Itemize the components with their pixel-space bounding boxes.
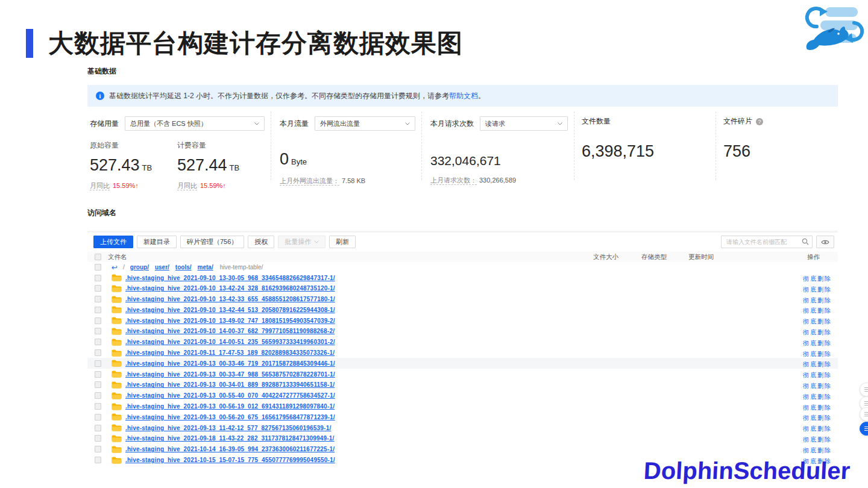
table-row: .hive-staging_hive_2021-09-10_14-00-51_2… xyxy=(87,337,838,348)
breadcrumb-root: / xyxy=(123,264,125,271)
file-name-link[interactable]: .hive-staging_hive_2021-09-13_00-33-47_9… xyxy=(125,371,335,378)
permanent-delete-link[interactable]: 彻底删除 xyxy=(803,425,832,432)
search-input[interactable] xyxy=(721,236,813,248)
permanent-delete-link[interactable]: 彻底删除 xyxy=(803,447,832,454)
permanent-delete-link[interactable]: 彻底删除 xyxy=(803,436,832,443)
permanent-delete-link[interactable]: 彻底删除 xyxy=(803,286,832,293)
row-checkbox[interactable] xyxy=(95,307,101,313)
file-name-link[interactable]: .hive-staging_hive_2021-09-13_00-34-01_8… xyxy=(125,381,335,388)
mom-label: 月同比 xyxy=(177,182,197,190)
file-name-link[interactable]: .hive-staging_hive_2021-09-13_00-56-20_6… xyxy=(125,414,335,421)
table-row: .hive-staging_hive_2021-10-14_16-39-05_9… xyxy=(87,444,838,455)
permanent-delete-link[interactable]: 彻底删除 xyxy=(803,361,832,368)
file-name-link[interactable]: .hive-staging_hive_2021-09-13_00-55-40_0… xyxy=(125,392,335,399)
permanent-delete-link[interactable]: 彻底删除 xyxy=(803,307,832,314)
file-name-link[interactable]: .hive-staging_hive_2021-09-10_13-42-44_5… xyxy=(125,307,335,313)
info-icon: i xyxy=(96,92,104,100)
dolphinscheduler-wordmark: DolphinScheduler xyxy=(643,457,851,484)
row-checkbox[interactable] xyxy=(95,339,101,345)
breadcrumb-link[interactable]: meta/ xyxy=(198,264,213,271)
row-checkbox[interactable] xyxy=(95,328,101,334)
up-arrow-icon: ↑ xyxy=(135,182,139,189)
file-name-link[interactable]: .hive-staging_hive_2021-09-13_00-56-19_0… xyxy=(125,403,335,410)
row-checkbox[interactable] xyxy=(95,360,101,367)
fragments-value: 756 xyxy=(723,142,750,160)
floating-widget-button[interactable] xyxy=(860,383,868,396)
row-checkbox[interactable] xyxy=(95,285,101,292)
select-all-checkbox[interactable] xyxy=(95,254,101,260)
breadcrumb-link[interactable]: tools/ xyxy=(175,264,192,271)
row-checkbox[interactable] xyxy=(95,349,101,356)
request-type-select[interactable]: 读请求 xyxy=(480,116,568,131)
folder-icon xyxy=(112,317,122,324)
breadcrumb-links: group/user/tools/meta/ xyxy=(130,264,215,271)
upload-file-button[interactable]: 上传文件 xyxy=(93,236,133,248)
row-checkbox[interactable] xyxy=(95,275,101,281)
row-checkbox[interactable] xyxy=(95,403,101,410)
traffic-unit: Byte xyxy=(291,157,307,166)
file-name-link[interactable]: .hive-staging_hive_2021-09-10_14-00-37_6… xyxy=(125,328,335,334)
file-name-link[interactable]: .hive-staging_hive_2021-09-10_13-49-02_7… xyxy=(125,318,335,324)
permanent-delete-link[interactable]: 彻底删除 xyxy=(803,404,832,411)
floating-widget-button-active[interactable] xyxy=(860,422,868,436)
permanent-delete-link[interactable]: 彻底删除 xyxy=(803,275,832,282)
row-checkbox[interactable] xyxy=(95,381,101,388)
monthly-requests-label: 本月请求次数 xyxy=(430,119,474,129)
permanent-delete-link[interactable]: 彻底删除 xyxy=(803,329,832,336)
file-name-link[interactable]: .hive-staging_hive_2021-09-10_13-42-33_6… xyxy=(125,296,335,302)
permanent-delete-link[interactable]: 彻底删除 xyxy=(803,318,832,325)
row-checkbox[interactable] xyxy=(95,296,101,302)
row-checkbox[interactable] xyxy=(95,392,101,399)
fragment-management-button[interactable]: 碎片管理（756） xyxy=(180,236,244,248)
authorize-button[interactable]: 授权 xyxy=(248,236,274,248)
file-name-link[interactable]: .hive-staging_hive_2021-10-15_15-07-15_7… xyxy=(125,457,335,463)
permanent-delete-link[interactable]: 彻底删除 xyxy=(803,297,832,304)
batch-operation-button[interactable]: 批量操作 xyxy=(278,236,326,248)
permanent-delete-link[interactable]: 彻底删除 xyxy=(803,340,832,346)
file-name-link[interactable]: .hive-staging_hive_2021-09-18_11-43-22_2… xyxy=(125,435,335,442)
traffic-type-select[interactable]: 外网流出流量 xyxy=(315,116,415,131)
row-checkbox[interactable] xyxy=(95,425,101,431)
help-icon[interactable]: ? xyxy=(756,118,763,125)
folder-icon xyxy=(112,457,122,464)
folder-icon xyxy=(112,285,122,292)
row-checkbox[interactable] xyxy=(95,264,101,271)
file-name-link[interactable]: .hive-staging_hive_2021-09-11_17-47-53_1… xyxy=(125,349,335,356)
column-header-name: 文件名 xyxy=(108,253,593,261)
breadcrumb-link[interactable]: group/ xyxy=(130,264,149,271)
row-checkbox[interactable] xyxy=(95,435,101,442)
search-icon[interactable] xyxy=(802,238,809,245)
column-settings-button[interactable] xyxy=(816,236,834,248)
raw-capacity-block: 原始容量 527.43TB 月同比15.59%↑ xyxy=(90,140,177,190)
row-checkbox[interactable] xyxy=(95,414,101,421)
row-checkbox[interactable] xyxy=(95,446,101,452)
file-name-link[interactable]: .hive-staging_hive_2021-10-14_16-39-05_9… xyxy=(125,446,335,452)
slide: 大数据平台构建计存分离数据效果图 基础数据 i 基础数据统计平均延迟 1-2 小… xyxy=(0,0,868,488)
back-arrow-icon[interactable]: ↩ xyxy=(112,264,118,271)
new-directory-button[interactable]: 新建目录 xyxy=(137,236,177,248)
file-name-link[interactable]: .hive-staging_hive_2021-09-10_13-30-05_9… xyxy=(125,275,335,281)
permanent-delete-link[interactable]: 彻底删除 xyxy=(803,414,832,421)
storage-usage-select[interactable]: 总用量（不含 ECS 快照） xyxy=(125,116,265,131)
permanent-delete-link[interactable]: 彻底删除 xyxy=(803,372,832,378)
folder-icon xyxy=(112,339,122,346)
permanent-delete-link[interactable]: 彻底删除 xyxy=(803,351,832,357)
table-row: .hive-staging_hive_2021-09-10_13-42-33_6… xyxy=(87,294,838,305)
table-header-row: 文件名 文件大小 存储类型 更新时间 操作 xyxy=(87,252,838,262)
file-name-link[interactable]: .hive-staging_hive_2021-09-10_13-42-24_3… xyxy=(125,285,335,292)
floating-widget-button[interactable] xyxy=(860,407,868,421)
breadcrumb-link[interactable]: user/ xyxy=(155,264,169,271)
row-checkbox[interactable] xyxy=(95,371,101,378)
row-checkbox[interactable] xyxy=(95,457,101,463)
info-banner-text: 基础数据统计平均延迟 1-2 小时。不作为计量数据，仅作参考。不同存储类型的存储… xyxy=(109,91,449,101)
help-doc-link[interactable]: 帮助文档 xyxy=(449,91,478,101)
table-row: .hive-staging_hive_2021-09-13_11-42-12_5… xyxy=(87,422,838,433)
permanent-delete-link[interactable]: 彻底删除 xyxy=(803,393,832,400)
file-name-link[interactable]: .hive-staging_hive_2021-09-13_11-42-12_5… xyxy=(125,425,331,431)
file-name-link[interactable]: .hive-staging_hive_2021-09-10_14-00-51_2… xyxy=(125,339,335,345)
file-name-link[interactable]: .hive-staging_hive_2021-09-13_00-33-46_7… xyxy=(125,360,335,367)
requests-value: 332,046,671 xyxy=(430,154,501,167)
refresh-button[interactable]: 刷新 xyxy=(329,236,356,248)
permanent-delete-link[interactable]: 彻底删除 xyxy=(803,383,832,389)
row-checkbox[interactable] xyxy=(95,318,101,324)
